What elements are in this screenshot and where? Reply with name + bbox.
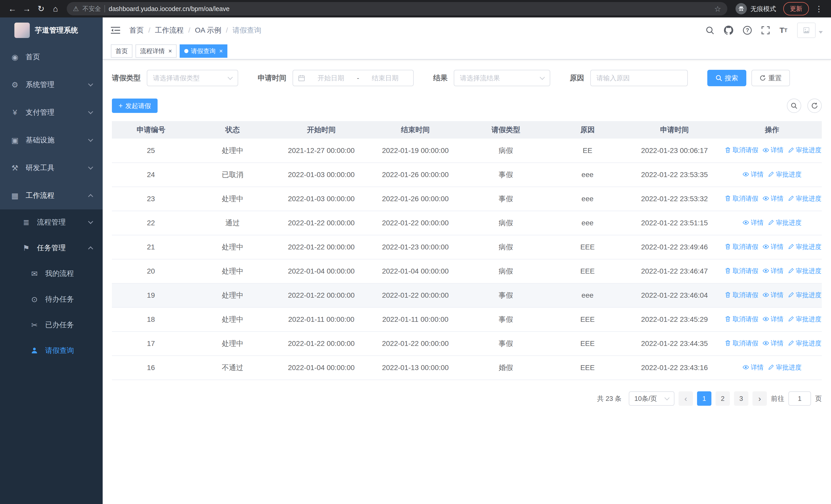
detail-link[interactable]: 详情: [763, 291, 783, 299]
bookmark-icon[interactable]: ☆: [714, 4, 721, 13]
suitcase-icon: ▦: [10, 191, 20, 200]
search-icon[interactable]: [706, 26, 714, 35]
url-bar[interactable]: ⚠ 不安全 dashboard.yudao.iocoder.cn/bpm/oa/…: [67, 2, 727, 16]
close-tab-icon[interactable]: ×: [168, 48, 172, 55]
detail-link[interactable]: 详情: [763, 267, 783, 275]
apply-time-range-picker[interactable]: 开始日期 - 结束日期: [292, 70, 414, 86]
user-menu[interactable]: [797, 23, 823, 38]
edit-icon: [787, 340, 794, 347]
refresh-table-button[interactable]: [807, 98, 822, 113]
cell-status: 处理中: [190, 283, 275, 307]
sidebar-item-dev-tools[interactable]: ⚒研发工具: [0, 154, 103, 182]
approval-progress-link[interactable]: 审批进度: [787, 194, 822, 203]
leave-type-select[interactable]: 请选择请假类型: [147, 70, 238, 86]
github-icon[interactable]: [724, 26, 733, 35]
sidebar-item-label: 工作流程: [26, 191, 54, 200]
sidebar-item-done-tasks[interactable]: ✂已办任务: [0, 312, 103, 338]
calendar-icon: [298, 75, 305, 81]
sidebar-item-workflow[interactable]: ▦工作流程: [0, 182, 103, 209]
table-row: 18处理中2022-01-11 00:00:002022-01-11 00:00…: [112, 307, 822, 331]
browser-menu-icon[interactable]: ⋮: [812, 4, 826, 13]
cell-leave-type: 事假: [463, 187, 548, 211]
approval-progress-link[interactable]: 审批进度: [787, 291, 822, 299]
page-button-1[interactable]: 1: [697, 391, 711, 406]
action-label: 详情: [751, 170, 764, 179]
page-button-3[interactable]: 3: [734, 391, 748, 406]
cancel-leave-link[interactable]: 取消请假: [724, 267, 758, 275]
page-size-select[interactable]: 10条/页: [629, 391, 675, 406]
detail-link[interactable]: 详情: [763, 194, 783, 203]
cell-apply-time: 2022-01-22 23:51:15: [627, 211, 722, 235]
create-leave-button[interactable]: + 发起请假: [112, 98, 157, 113]
detail-link[interactable]: 详情: [763, 242, 783, 251]
cancel-leave-link[interactable]: 取消请假: [724, 291, 758, 299]
detail-link[interactable]: 详情: [742, 218, 764, 227]
toggle-search-button[interactable]: [787, 98, 801, 113]
goto-page-input[interactable]: [789, 391, 811, 406]
tab-item[interactable]: 请假查询×: [180, 45, 227, 58]
approval-progress-link[interactable]: 审批进度: [787, 339, 822, 348]
font-size-icon[interactable]: TT: [779, 26, 787, 35]
detail-link[interactable]: 详情: [763, 146, 783, 154]
back-icon[interactable]: ←: [5, 2, 20, 16]
page-button-2[interactable]: 2: [716, 391, 730, 406]
cancel-leave-link[interactable]: 取消请假: [724, 339, 758, 348]
sidebar-item-leave-query[interactable]: 请假查询: [0, 338, 103, 363]
help-icon[interactable]: ?: [743, 26, 752, 35]
approval-progress-link[interactable]: 审批进度: [787, 267, 822, 275]
sidebar-item-todo-tasks[interactable]: ⊙待办任务: [0, 287, 103, 312]
action-label: 详情: [771, 339, 783, 348]
tab-item[interactable]: 首页: [111, 45, 133, 58]
detail-link[interactable]: 详情: [742, 170, 764, 179]
cell-apply-time: 2022-01-22 23:49:46: [627, 235, 722, 259]
breadcrumb-item[interactable]: OA 示例: [195, 25, 222, 35]
close-tab-icon[interactable]: ×: [219, 48, 223, 55]
update-button[interactable]: 更新: [783, 2, 809, 16]
sidebar-item-infrastructure[interactable]: ▣基础设施: [0, 126, 103, 154]
approval-progress-link[interactable]: 审批进度: [768, 363, 801, 372]
cancel-leave-link[interactable]: 取消请假: [724, 242, 758, 251]
detail-link[interactable]: 详情: [763, 339, 783, 348]
cell-status: 通过: [190, 211, 275, 235]
approval-progress-link[interactable]: 审批进度: [787, 242, 822, 251]
cell-actions: 取消请假详情审批进度: [722, 331, 822, 356]
reload-icon[interactable]: ↻: [34, 2, 48, 16]
sidebar-item-payment-management[interactable]: ¥支付管理: [0, 98, 103, 126]
search-button[interactable]: 搜索: [707, 70, 746, 86]
cell-end-time: 2022-01-22 00:00:00: [368, 283, 463, 307]
action-label: 审批进度: [796, 315, 822, 323]
tab-item[interactable]: 流程详情×: [136, 45, 177, 58]
cancel-leave-link[interactable]: 取消请假: [724, 315, 758, 323]
message-icon: ✉: [30, 269, 39, 278]
reason-label: 原因: [570, 73, 584, 83]
sidebar-item-task-management[interactable]: ⚑任务管理: [0, 235, 103, 261]
detail-link[interactable]: 详情: [742, 363, 764, 372]
reason-input[interactable]: [590, 70, 688, 86]
approval-progress-link[interactable]: 审批进度: [768, 218, 801, 227]
detail-link[interactable]: 详情: [763, 315, 783, 323]
action-label: 详情: [771, 194, 783, 203]
fullscreen-icon[interactable]: [762, 26, 770, 34]
home-icon[interactable]: ⌂: [48, 2, 63, 16]
action-label: 取消请假: [733, 267, 758, 275]
reset-button[interactable]: 重置: [751, 70, 790, 86]
prev-page-button[interactable]: ‹: [679, 391, 693, 406]
breadcrumb-item[interactable]: 首页: [130, 25, 144, 35]
sidebar-item-system-management[interactable]: ⚙系统管理: [0, 71, 103, 98]
breadcrumb-item[interactable]: 工作流程: [155, 25, 184, 35]
next-page-button[interactable]: ›: [752, 391, 767, 406]
approval-progress-link[interactable]: 审批进度: [787, 146, 822, 154]
sidebar-item-my-processes[interactable]: ✉我的流程: [0, 261, 103, 287]
approval-progress-link[interactable]: 审批进度: [787, 315, 822, 323]
cancel-leave-link[interactable]: 取消请假: [724, 146, 758, 154]
forward-icon[interactable]: →: [20, 2, 34, 16]
collapse-sidebar-icon[interactable]: [111, 27, 122, 34]
result-select[interactable]: 请选择流结果: [454, 70, 550, 86]
sidebar-item-process-management[interactable]: ≣流程管理: [0, 209, 103, 235]
approval-progress-link[interactable]: 审批进度: [768, 170, 801, 179]
view-icon: [763, 267, 769, 274]
cell-apply-id: 19: [112, 283, 190, 307]
cancel-leave-link[interactable]: 取消请假: [724, 194, 758, 203]
date-separator: -: [357, 74, 359, 82]
sidebar-item-home[interactable]: ◉首页: [0, 43, 103, 71]
